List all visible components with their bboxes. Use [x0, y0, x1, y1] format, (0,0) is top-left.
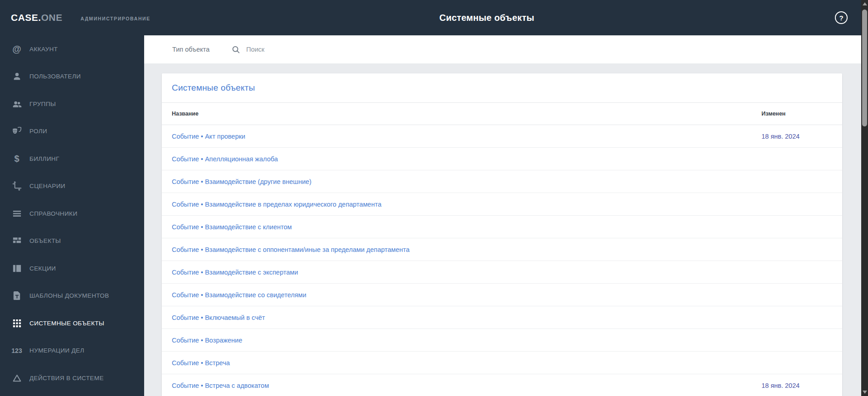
numbers-123-icon: 123: [10, 345, 24, 357]
sidebar-item-label: ШАБЛОНЫ ДОКУМЕНТОВ: [29, 292, 109, 299]
object-link[interactable]: Событие • Апелляционная жалоба: [172, 155, 278, 163]
triangle-icon: [10, 372, 24, 384]
sidebar-item-7[interactable]: СПРАВОЧНИКИ: [0, 200, 144, 227]
table-row[interactable]: Событие • Возражение: [162, 329, 842, 352]
table-header-row: Название Изменен: [162, 102, 842, 125]
sidebar-item-9[interactable]: СЕКЦИИ: [0, 255, 144, 282]
object-link[interactable]: Событие • Возражение: [172, 337, 242, 344]
object-link[interactable]: Событие • Взаимодействие в пределах юрид…: [172, 201, 381, 208]
row-name-cell: Событие • Взаимодействие со свидетелями: [162, 291, 761, 299]
row-name-cell: Событие • Встреча: [162, 359, 761, 367]
row-name-cell: Событие • Взаимодействие (другие внешние…: [162, 178, 761, 186]
doc-template-icon: [10, 290, 24, 302]
row-name-cell: Событие • Взаимодействие с клиентом: [162, 223, 761, 231]
help-icon[interactable]: ?: [835, 11, 848, 24]
sidebar-item-13[interactable]: ДЕЙСТВИЯ В СИСТЕМЕ: [0, 364, 144, 392]
table-row[interactable]: Событие • Акт проверки18 янв. 2024: [162, 125, 842, 148]
column-header-modified: Изменен: [761, 111, 842, 117]
row-name-cell: Событие • Взаимодействие в пределах юрид…: [162, 200, 761, 208]
row-name-cell: Событие • Взаимодействие с оппонентами/и…: [162, 246, 761, 254]
sidebar-item-1[interactable]: @АККАУНТ: [0, 35, 144, 63]
table-row[interactable]: Событие • Апелляционная жалоба: [162, 148, 842, 170]
scroll-down-arrow-icon[interactable]: [863, 391, 867, 394]
card-title: Системные объекты: [172, 83, 255, 93]
table-row[interactable]: Событие • Встреча: [162, 352, 842, 374]
sidebar-item-label: СЦЕНАРИИ: [29, 183, 65, 189]
sidebar-item-label: НУМЕРАЦИИ ДЕЛ: [29, 347, 84, 354]
dashboard-icon: [10, 235, 24, 247]
row-name-cell: Событие • Возражение: [162, 336, 761, 344]
search-icon: [231, 45, 241, 54]
sidebar-item-label: СЕКЦИИ: [29, 265, 56, 272]
sidebar-item-10[interactable]: ШАБЛОНЫ ДОКУМЕНТОВ: [0, 282, 144, 310]
object-link[interactable]: Событие • Акт проверки: [172, 133, 245, 140]
sidebar-item-label: ГРУППЫ: [29, 101, 56, 107]
page-title: Системные объекты: [144, 0, 829, 35]
sidebar-item-6[interactable]: СЦЕНАРИИ: [0, 173, 144, 200]
transform-icon: [10, 180, 24, 192]
sidebar-item-label: ДЕЙСТВИЯ В СИСТЕМЕ: [29, 375, 104, 382]
scroll-up-arrow-icon[interactable]: [863, 2, 867, 5]
sidebar-item-label: АККАУНТ: [29, 46, 58, 53]
sidebar-item-8[interactable]: ОБЪЕКТЫ: [0, 227, 144, 255]
object-link[interactable]: Событие • Взаимодействие (другие внешние…: [172, 178, 311, 185]
table-row[interactable]: Событие • Включаемый в счёт: [162, 306, 842, 329]
table-row[interactable]: Событие • Взаимодействие (другие внешние…: [162, 170, 842, 193]
table-row[interactable]: Событие • Взаимодействие с клиентом: [162, 216, 842, 238]
app-logo: CASE.ONE АДМИНИСТРИРОВАНИЕ: [11, 0, 150, 35]
search-box: [231, 45, 346, 54]
row-name-cell: Событие • Взаимодействие с экспертами: [162, 268, 761, 276]
dollar-icon: $: [10, 153, 24, 164]
row-name-cell: Событие • Апелляционная жалоба: [162, 155, 761, 163]
sidebar-item-5[interactable]: $БИЛЛИНГ: [0, 145, 144, 173]
sidebar-item-3[interactable]: ГРУППЫ: [0, 90, 144, 118]
object-link[interactable]: Событие • Взаимодействие с клиентом: [172, 223, 292, 231]
scrollbar-thumb[interactable]: [862, 10, 867, 126]
masks-icon: [10, 126, 24, 137]
table-row[interactable]: Событие • Встреча с адвокатом18 янв. 202…: [162, 374, 842, 396]
table-row[interactable]: Событие • Взаимодействие с экспертами: [162, 261, 842, 284]
object-link[interactable]: Событие • Встреча: [172, 359, 230, 367]
table-row[interactable]: Событие • Взаимодействие со свидетелями: [162, 284, 842, 306]
columns-icon: [10, 262, 24, 274]
sidebar-item-label: РОЛИ: [29, 128, 47, 135]
system-objects-card: Системные объекты Название Изменен Событ…: [162, 73, 842, 396]
app-header: CASE.ONE АДМИНИСТРИРОВАНИЕ Системные объ…: [0, 0, 861, 35]
object-link[interactable]: Событие • Взаимодействие со свидетелями: [172, 291, 306, 299]
sidebar-item-2[interactable]: ПОЛЬЗОВАТЕЛИ: [0, 63, 144, 91]
sidebar-item-label: СПРАВОЧНИКИ: [29, 210, 78, 217]
logo-primary: CASE.: [11, 12, 41, 23]
vertical-scrollbar[interactable]: [861, 0, 868, 396]
toolbar: Тип объекта: [144, 35, 861, 63]
sidebar-item-label: ОБЪЕКТЫ: [29, 237, 61, 244]
logo-secondary: ONE: [41, 12, 63, 23]
table-body: Событие • Акт проверки18 янв. 2024Событи…: [162, 125, 842, 396]
search-input[interactable]: [246, 46, 346, 53]
column-header-name: Название: [162, 111, 761, 117]
row-name-cell: Событие • Встреча с адвокатом: [162, 382, 761, 390]
object-link[interactable]: Событие • Взаимодействие с оппонентами/и…: [172, 246, 410, 253]
object-link[interactable]: Событие • Взаимодействие с экспертами: [172, 269, 298, 276]
row-name-cell: Событие • Акт проверки: [162, 132, 761, 140]
card-title-row: Системные объекты: [162, 73, 842, 102]
sidebar-item-label: ПОЛЬЗОВАТЕЛИ: [29, 73, 81, 80]
table-row[interactable]: Событие • Взаимодействие с оппонентами/и…: [162, 238, 842, 261]
sidebar-item-12[interactable]: 123НУМЕРАЦИИ ДЕЛ: [0, 337, 144, 365]
group-icon: [10, 98, 24, 110]
sidebar-item-11[interactable]: СИСТЕМНЫЕ ОБЪЕКТЫ: [0, 309, 144, 337]
sidebar-nav: @АККАУНТПОЛЬЗОВАТЕЛИГРУППЫРОЛИ$БИЛЛИНГСЦ…: [0, 35, 144, 396]
row-name-cell: Событие • Включаемый в счёт: [162, 314, 761, 322]
at-icon: @: [10, 43, 24, 55]
object-type-filter[interactable]: Тип объекта: [172, 46, 209, 53]
object-link[interactable]: Событие • Включаемый в счёт: [172, 314, 265, 321]
table-row[interactable]: Событие • Взаимодействие в пределах юрид…: [162, 193, 842, 216]
main-content: Тип объекта Системные объекты Название И…: [144, 35, 861, 396]
apps-grid-icon: [10, 317, 24, 329]
row-modified-cell: 18 янв. 2024: [761, 133, 842, 140]
row-modified-cell: 18 янв. 2024: [761, 382, 842, 389]
sidebar-item-label: СИСТЕМНЫЕ ОБЪЕКТЫ: [29, 320, 104, 327]
object-link[interactable]: Событие • Встреча с адвокатом: [172, 382, 269, 389]
list-icon: [10, 208, 24, 219]
sidebar-item-4[interactable]: РОЛИ: [0, 118, 144, 145]
person-icon: [10, 71, 24, 82]
